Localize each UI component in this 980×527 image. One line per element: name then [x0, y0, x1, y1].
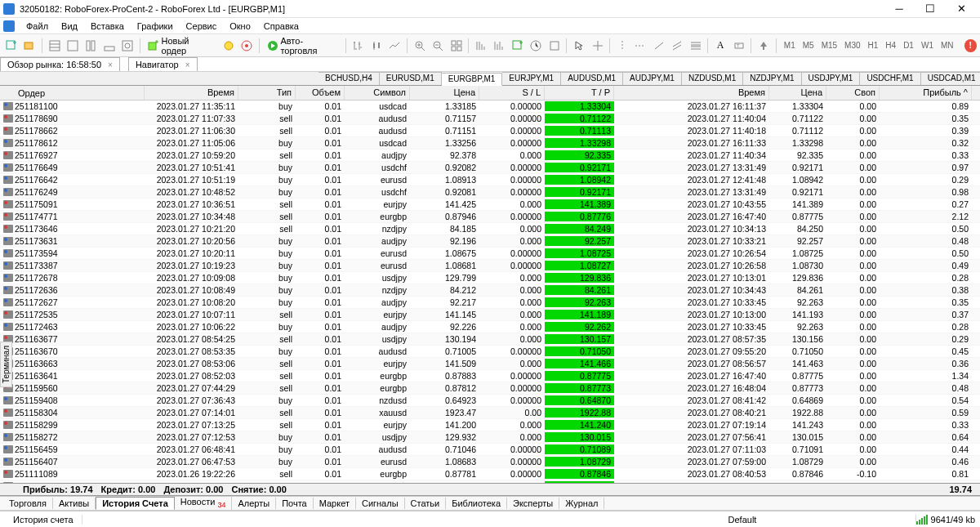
table-row[interactable]: 2511747712023.01.27 10:34:48sell0.01eurg…	[0, 211, 980, 223]
table-row[interactable]: 2511636412023.01.27 08:52:03sell0.01eurg…	[0, 370, 980, 382]
col-time2[interactable]: Время	[614, 86, 769, 100]
table-row[interactable]: 2511733872023.01.27 10:19:23buy0.01eurus…	[0, 260, 980, 272]
table-row[interactable]: 2511762492023.01.27 10:48:52buy0.01usdch…	[0, 186, 980, 199]
table-row[interactable]: 2511564592023.01.27 06:48:41buy0.01audus…	[0, 444, 980, 456]
table-row[interactable]: 2511636702023.01.27 08:53:35buy0.01audus…	[0, 346, 980, 358]
table-row[interactable]: 2511726272023.01.27 10:08:20buy0.01audjp…	[0, 297, 980, 309]
hline-icon[interactable]	[633, 38, 648, 54]
table-row[interactable]: 2511786902023.01.27 11:07:33sell0.01audu…	[0, 113, 980, 125]
text-icon[interactable]: A	[712, 38, 728, 54]
menu-сервис[interactable]: Сервис	[180, 20, 224, 33]
chart-tab[interactable]: EURUSD,M1	[380, 72, 442, 85]
menu-справка[interactable]: Справка	[257, 20, 305, 33]
col-price[interactable]: Цена	[410, 86, 479, 100]
table-row[interactable]: 2511735942023.01.27 10:20:11buy0.01eurus…	[0, 248, 980, 260]
shift-icon[interactable]	[492, 38, 507, 54]
vline-icon[interactable]	[614, 38, 630, 54]
table-row[interactable]: 2511636632023.01.27 08:53:06sell0.01eurj…	[0, 358, 980, 370]
arrow-up-icon[interactable]	[755, 38, 771, 54]
table-row[interactable]: 2511724632023.01.27 10:06:22buy0.01audjp…	[0, 321, 980, 333]
table-row[interactable]: 2511811002023.01.27 11:35:11buy0.01usdca…	[0, 100, 980, 113]
table-row[interactable]: 2511564072023.01.27 06:47:53buy0.01eurus…	[0, 456, 980, 468]
fibo-icon[interactable]	[688, 38, 703, 54]
terminal-icon[interactable]	[101, 38, 117, 54]
terminal-tab[interactable]: Библиотека	[446, 498, 507, 509]
chart-tab[interactable]: USDCHF,M1	[860, 72, 920, 85]
table-row[interactable]: 2511750912023.01.27 10:36:51sell0.01eurj…	[0, 199, 980, 211]
new-order-button[interactable]: Новый ордер	[145, 36, 218, 56]
table-row[interactable]: 2511725352023.01.27 10:07:11sell0.01eurj…	[0, 309, 980, 321]
terminal-side-label[interactable]: Терминал	[0, 342, 12, 387]
data-window-icon[interactable]	[65, 38, 80, 54]
table-row[interactable]: 2511736312023.01.27 10:20:56buy0.01audjp…	[0, 235, 980, 248]
table-row[interactable]: 2511736462023.01.27 10:21:20sell0.01nzdj…	[0, 223, 980, 235]
terminal-tab[interactable]: Маркет	[314, 498, 356, 509]
col-time[interactable]: Время	[145, 86, 238, 100]
table-row[interactable]: 2511786122023.01.27 11:05:06buy0.01usdca…	[0, 137, 980, 150]
terminal-tab[interactable]: Алерты	[232, 498, 276, 509]
chart-tab[interactable]: USDCAD,M1	[921, 72, 980, 85]
table-row[interactable]: 2511766422023.01.27 10:51:19buy0.01eurus…	[0, 174, 980, 186]
col-sl[interactable]: S / L	[479, 86, 545, 100]
table-row[interactable]: 2511582722023.01.27 07:12:53buy0.01usdjp…	[0, 431, 980, 444]
table-row[interactable]: 2511595602023.01.27 07:44:29sell0.01eurg…	[0, 382, 980, 395]
terminal-tab[interactable]: Сигналы	[356, 498, 405, 509]
tile-icon[interactable]	[448, 38, 464, 54]
line-icon[interactable]	[387, 38, 403, 54]
minimize-button[interactable]: ─	[884, 1, 915, 17]
chart-tab[interactable]: EURGBP,M1	[442, 73, 503, 86]
zoom-in-icon[interactable]	[412, 38, 427, 54]
close-button[interactable]: ✕	[946, 1, 977, 17]
navigator-tab[interactable]: Навигатор×	[128, 57, 198, 71]
col-volume[interactable]: Объем	[296, 86, 345, 100]
timeframe-M15[interactable]: M15	[818, 39, 840, 51]
timeframe-H1[interactable]: H1	[865, 39, 882, 51]
table-row[interactable]: 2511786622023.01.27 11:06:30sell0.01audu…	[0, 125, 980, 137]
menu-вставка[interactable]: Вставка	[84, 20, 131, 33]
timeframe-MN[interactable]: MN	[938, 39, 957, 51]
table-row[interactable]: 2511766492023.01.27 10:51:41buy0.01usdch…	[0, 162, 980, 174]
col-tp[interactable]: T / P	[545, 86, 614, 100]
scroll-icon[interactable]	[473, 38, 488, 54]
navigator-icon[interactable]	[83, 38, 99, 54]
table-row[interactable]: 2511110892023.01.26 19:22:26sell0.01eurg…	[0, 468, 980, 480]
zoom-out-icon[interactable]	[430, 38, 445, 54]
table-row[interactable]: 2511583042023.01.27 07:14:01sell0.01xauu…	[0, 407, 980, 419]
col-swap[interactable]: Своп	[826, 86, 880, 100]
col-order[interactable]: Ордер	[0, 86, 145, 100]
close-icon[interactable]: ×	[185, 60, 190, 69]
table-row[interactable]: 2511769272023.01.27 10:59:20sell0.01audj…	[0, 150, 980, 162]
timeframe-M30[interactable]: M30	[841, 39, 863, 51]
menu-вид[interactable]: Вид	[55, 20, 84, 33]
market-watch-tab[interactable]: Обзор рынка: 16:58:50×	[0, 57, 120, 71]
terminal-tab[interactable]: Новости 34	[175, 496, 233, 510]
chart-tab[interactable]: NZDUSD,M1	[682, 72, 743, 85]
candles-icon[interactable]	[368, 38, 384, 54]
menu-графики[interactable]: Графики	[131, 20, 180, 33]
templates-icon[interactable]	[546, 38, 562, 54]
chart-tab[interactable]: BCHUSD,H4	[318, 72, 380, 85]
bars-icon[interactable]	[350, 38, 366, 54]
trendline-icon[interactable]	[651, 38, 666, 54]
cursor-icon[interactable]	[571, 38, 586, 54]
terminal-tab[interactable]: Активы	[53, 498, 96, 509]
expert-icon[interactable]	[238, 38, 254, 54]
strategy-tester-icon[interactable]	[120, 38, 136, 54]
channel-icon[interactable]	[670, 38, 685, 54]
chart-tab[interactable]: AUDUSD,M1	[561, 72, 623, 85]
timeframe-M1[interactable]: M1	[781, 39, 799, 51]
auto-trading-button[interactable]: Авто-торговля	[264, 36, 341, 56]
indicators-icon[interactable]	[510, 38, 525, 54]
menu-окно[interactable]: Окно	[223, 20, 257, 33]
menu-файл[interactable]: Файл	[20, 20, 55, 33]
timeframe-M5[interactable]: M5	[800, 39, 817, 51]
crosshair-icon[interactable]	[590, 38, 605, 54]
chart-tab[interactable]: NZDJPY,M1	[743, 72, 801, 85]
terminal-tab[interactable]: Почта	[276, 498, 314, 509]
col-price2[interactable]: Цена	[769, 86, 826, 100]
table-row[interactable]: 2511726362023.01.27 10:08:49buy0.01nzdjp…	[0, 284, 980, 297]
new-chart-icon[interactable]	[3, 38, 19, 54]
timeframe-D1[interactable]: D1	[900, 39, 917, 51]
profiles-icon[interactable]	[21, 38, 37, 54]
periods-icon[interactable]	[528, 38, 544, 54]
